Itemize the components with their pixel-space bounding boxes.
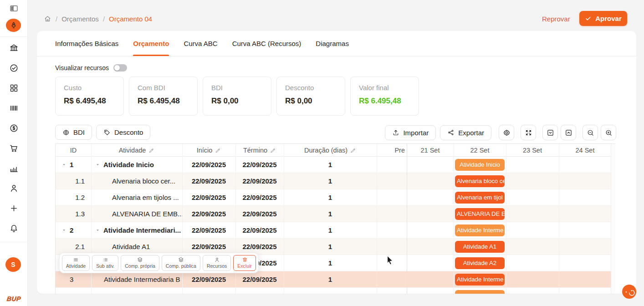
table-row-3[interactable]: 3Atividade Intermediaria B22/09/202522/0… (56, 271, 615, 288)
cell-dur-value: 1 (328, 259, 332, 267)
sidebar-item-cart[interactable] (9, 143, 20, 153)
table-row-partial[interactable] (56, 288, 615, 294)
gantt-bar[interactable]: Atividade Inicio (455, 159, 505, 171)
import-button[interactable]: Importar (385, 125, 436, 140)
gantt-bar[interactable]: Atividade Interme (455, 274, 505, 286)
zoom-in-button[interactable] (601, 125, 616, 140)
gantt-bar[interactable]: Alvenaria em tijol (455, 192, 505, 204)
sidebar-item-check-circle[interactable] (9, 62, 20, 73)
table-row-1.3[interactable]: 1.3ALVENARIA DE EMB...22/09/202522/09/20… (56, 206, 615, 222)
breadcrumb-item-orcamentos[interactable]: Orçamentos (61, 15, 99, 23)
sidebar-item-bar-chart[interactable] (9, 163, 20, 173)
summary-card-label: Com BDI (138, 84, 189, 92)
cell-end-value: 22/09/2025 (242, 161, 276, 168)
summary-card-value: R$ 0,00 (285, 97, 337, 106)
switch-knob (114, 65, 120, 71)
menu-icon (73, 257, 79, 263)
gantt-bar[interactable]: Atividade A1 (455, 241, 505, 253)
bdi-button[interactable]: BDI (55, 125, 92, 140)
sidebar-item-grid[interactable] (9, 82, 20, 93)
summary-card-com-bdi: Com BDIR$ 6.495,48 (129, 76, 198, 116)
bank-icon (9, 43, 19, 53)
sidebar-collapse-button[interactable] (9, 4, 19, 13)
gantt-bar[interactable]: Atividade A2 (455, 257, 505, 269)
desconto-button[interactable]: Desconto (96, 125, 150, 140)
tab-diagramas[interactable]: Diagramas (316, 31, 349, 56)
context-excluir-button[interactable]: Excluir (233, 255, 256, 271)
sidebar-item-user[interactable] (9, 183, 20, 194)
cell-dur: 1 (284, 189, 377, 205)
activity-name: ALVENARIA DE EMB... (112, 210, 182, 218)
breadcrumb: / Orçamentos / Orçamento 04 (44, 11, 152, 26)
table-row-1[interactable]: 1Atividade Inicio22/09/202522/09/20251At… (56, 157, 615, 173)
cell-end: 22/09/2025 (235, 157, 284, 173)
pencil-icon[interactable] (270, 148, 276, 153)
column-header-dura-o-dias-: Duração (dias) (284, 144, 377, 157)
context-atividade-button[interactable]: Atividade (62, 255, 90, 271)
activity-name: Alvenaria bloco cer... (112, 177, 175, 185)
cart-icon (9, 143, 19, 153)
sidebar-item-plus[interactable] (9, 203, 20, 214)
app-logo-badge[interactable] (6, 19, 21, 32)
box-down-button[interactable] (542, 125, 558, 140)
sidebar-item-barcode[interactable] (9, 102, 20, 113)
table-row-1.2[interactable]: 1.2Alvenaria em tijolos ...22/09/202522/… (56, 189, 615, 206)
caret-down-icon[interactable] (61, 227, 67, 233)
pencil-icon[interactable] (215, 148, 221, 153)
row-id: 1.2 (75, 194, 85, 201)
tab-or-amento[interactable]: Orçamento (133, 31, 169, 56)
gantt-scroll-strip[interactable] (611, 144, 615, 294)
cell-end-value: 22/09/2025 (242, 194, 276, 201)
pencil-icon[interactable] (148, 148, 154, 153)
context-comp-pr-pria-button[interactable]: Comp. própria (121, 255, 159, 271)
user-avatar[interactable]: S (5, 257, 21, 272)
grid-gantt-splitter[interactable] (407, 144, 407, 294)
export-button[interactable]: Exportar (440, 125, 491, 140)
context-sub-ativ--button[interactable]: Sub ativ. (92, 255, 118, 271)
approve-label: Aprovar (595, 15, 622, 22)
cell-end: 22/09/2025 (235, 222, 284, 238)
gantt-day-label: 23 Set (523, 147, 542, 154)
tab-curva-abc-recursos-[interactable]: Curva ABC (Recursos) (232, 31, 302, 56)
reprove-button[interactable]: Reprovar (542, 11, 570, 26)
caret-down-icon[interactable] (95, 227, 101, 233)
sidebar-divider-bottom (0, 242, 28, 242)
zoom-out-button[interactable] (583, 125, 598, 140)
context-comp-p-blica-button[interactable]: Comp. pública (162, 255, 200, 271)
cell-dur: 1 (284, 206, 377, 222)
table-row-1.1[interactable]: 1.1Alvenaria bloco cer...22/09/202522/09… (56, 173, 615, 189)
sidebar-item-bell[interactable] (9, 223, 20, 234)
sidebar-item-dollar-circle[interactable] (9, 122, 20, 133)
import-label: Importar (403, 129, 429, 137)
cell-dur-value: 1 (328, 210, 332, 218)
resources-toggle-switch[interactable] (113, 64, 127, 71)
gantt-bar[interactable]: Alvenaria bloco cer (455, 175, 505, 187)
caret-down-icon[interactable] (61, 162, 67, 168)
sidebar-item-bank[interactable] (9, 42, 20, 53)
cell-activity: Alvenaria em tijolos ... (91, 189, 182, 205)
support-chat-button[interactable] (622, 285, 636, 299)
cell-end: 22/09/2025 (235, 189, 284, 205)
cell-dur-value: 1 (328, 275, 332, 283)
pencil-icon[interactable] (350, 148, 356, 153)
context-recursos-button[interactable]: Recursos (203, 255, 231, 271)
tab-informa-es-b-sicas[interactable]: Informações Básicas (55, 31, 118, 56)
gantt-bar[interactable]: ALVENARIA DE EM (455, 208, 505, 220)
box-up-button[interactable] (561, 125, 576, 140)
summary-card-label: Desconto (285, 84, 337, 92)
home-icon[interactable] (44, 15, 51, 23)
cell-dur: 1 (284, 222, 377, 238)
approve-button[interactable]: Aprovar (579, 11, 627, 26)
activity-name: Atividade Inicio (103, 161, 154, 168)
cell-start-value: 22/09/2025 (192, 177, 226, 185)
column-divider (377, 144, 377, 294)
tab-curva-abc[interactable]: Curva ABC (184, 31, 217, 56)
gantt-bar[interactable]: Atividade Interme (455, 224, 505, 236)
caret-down-icon[interactable] (95, 162, 101, 168)
gantt-bar[interactable] (455, 290, 505, 294)
table-row-2[interactable]: 2Atividade Intermediari...22/09/202522/0… (56, 222, 615, 239)
expand-button[interactable] (521, 125, 536, 140)
cell-id: 1.3 (56, 206, 91, 222)
gear-button[interactable] (499, 125, 514, 140)
row-id: 2 (70, 226, 73, 234)
